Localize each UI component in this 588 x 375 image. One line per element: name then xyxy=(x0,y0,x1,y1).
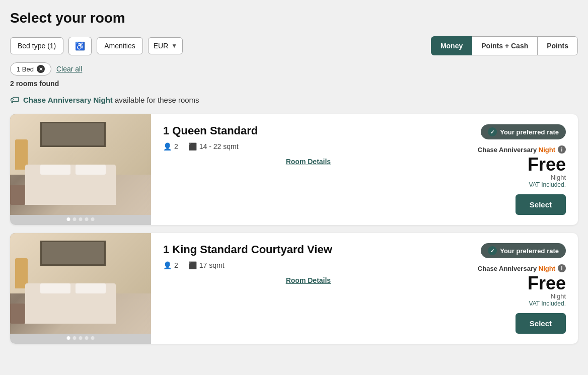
page-container: Select your room Bed type (1) ♿ Amenitie… xyxy=(10,10,578,344)
room-vat-2: VAT Included. xyxy=(529,300,566,307)
room-image-dots-2 xyxy=(67,336,95,340)
amenities-filter-btn[interactable]: Amenities xyxy=(97,37,142,54)
room-size-2: ⬛ 17 sqmt xyxy=(188,261,225,269)
room-image-container-2 xyxy=(10,233,151,344)
room-artwork-2 xyxy=(40,241,106,266)
filter-left: Bed type (1) ♿ Amenities EUR ▼ xyxy=(10,37,426,55)
dot-2-2[interactable] xyxy=(73,336,77,340)
guests-count-2: 2 xyxy=(174,261,178,269)
currency-label: EUR xyxy=(154,42,169,50)
dot-2-3[interactable] xyxy=(79,336,83,340)
dot-4[interactable] xyxy=(85,217,89,221)
dot-1[interactable] xyxy=(67,217,70,221)
room-pillow-right xyxy=(76,165,106,175)
preferred-rate-check-icon-2: ✓ xyxy=(488,246,497,255)
payment-points-cash-btn[interactable]: Points + Cash xyxy=(472,36,538,55)
room-card-1: 1 Queen Standard 👤 2 ⬛ 14 - 22 sqmt Room… xyxy=(10,114,578,225)
payment-points-btn[interactable]: Points xyxy=(537,36,578,55)
room-image-2 xyxy=(10,233,151,334)
currency-selector[interactable]: EUR ▼ xyxy=(148,37,183,54)
room-card-2: 1 King Standard Courtyard View 👤 2 ⬛ 17 … xyxy=(10,233,578,344)
room-name-2: 1 King Standard Courtyard View xyxy=(163,243,454,256)
chase-night-brand-1: Chase Anniversary Night xyxy=(478,146,555,154)
bed-filter-tag-label: 1 Bed xyxy=(17,65,34,73)
room-vat-1: VAT Included. xyxy=(529,181,566,188)
payment-money-btn[interactable]: Money xyxy=(431,36,472,55)
room-meta-1: 👤 2 ⬛ 14 - 22 sqmt xyxy=(163,142,454,151)
room-info-2: 1 King Standard Courtyard View 👤 2 ⬛ 17 … xyxy=(151,233,466,344)
room-image-1 xyxy=(10,114,151,215)
size-value-2: 17 sqmt xyxy=(199,261,225,269)
chase-night-label-1: Chase Anniversary Night i xyxy=(478,145,566,154)
room-meta-2: 👤 2 ⬛ 17 sqmt xyxy=(163,261,454,269)
room-pricing-2: ✓ Your preferred rate Chase Anniversary … xyxy=(466,233,578,344)
accessibility-filter-btn[interactable]: ♿ xyxy=(68,37,92,55)
room-guests-1: 👤 2 xyxy=(163,142,178,151)
room-artwork xyxy=(40,122,106,147)
room-side-table-2 xyxy=(10,304,25,324)
dot-2[interactable] xyxy=(73,217,77,221)
guests-icon-2: 👤 xyxy=(163,261,172,269)
active-filters: 1 Bed ✕ Clear all xyxy=(10,62,578,76)
room-name-1: 1 Queen Standard xyxy=(163,124,454,137)
preferred-rate-label-1: Your preferred rate xyxy=(500,128,559,136)
room-pillow-right-2 xyxy=(76,283,106,293)
dot-5[interactable] xyxy=(91,217,95,221)
size-icon-2: ⬛ xyxy=(188,261,197,269)
tag-icon: 🏷 xyxy=(10,95,19,105)
room-details-link-2[interactable]: Room Details xyxy=(163,276,454,284)
room-image-container-1 xyxy=(10,114,151,225)
bed-filter-remove-icon[interactable]: ✕ xyxy=(37,65,45,73)
dot-2-4[interactable] xyxy=(85,336,89,340)
chase-banner-suffix: available for these rooms xyxy=(115,96,199,104)
preferred-rate-check-icon-1: ✓ xyxy=(488,127,497,136)
chase-night-label-2: Chase Anniversary Night i xyxy=(478,264,566,272)
accessibility-icon: ♿ xyxy=(75,42,85,50)
dot-3[interactable] xyxy=(79,217,83,221)
preferred-rate-label-2: Your preferred rate xyxy=(500,247,559,255)
preferred-rate-badge-2: ✓ Your preferred rate xyxy=(481,243,566,258)
room-price-1: Free xyxy=(528,156,566,174)
page-title: Select your room xyxy=(10,10,578,26)
filter-row: Bed type (1) ♿ Amenities EUR ▼ Money Poi… xyxy=(10,36,578,55)
guests-icon-1: 👤 xyxy=(163,142,172,151)
guests-count-1: 2 xyxy=(174,142,178,151)
room-side-table xyxy=(10,185,25,205)
room-image-dots-1 xyxy=(67,217,95,221)
room-pillow-left xyxy=(40,165,70,175)
preferred-rate-badge-1: ✓ Your preferred rate xyxy=(481,124,566,139)
chase-info-icon-1[interactable]: i xyxy=(558,145,566,154)
chase-night-brand-2: Chase Anniversary Night xyxy=(478,265,555,272)
room-price-2: Free xyxy=(528,274,566,292)
chase-banner: 🏷 Chase Anniversary Night available for … xyxy=(10,95,578,105)
dot-2-5[interactable] xyxy=(91,336,95,340)
room-pillow-left-2 xyxy=(40,283,70,293)
select-button-1[interactable]: Select xyxy=(516,194,566,215)
dot-2-1[interactable] xyxy=(67,336,70,340)
chase-brand-label: Chase Anniversary Night xyxy=(23,96,113,104)
size-icon-1: ⬛ xyxy=(188,142,197,151)
chase-info-icon-2[interactable]: i xyxy=(558,264,566,272)
currency-arrow-icon: ▼ xyxy=(171,42,177,49)
rooms-count: 2 rooms found xyxy=(10,80,578,88)
payment-toggle: Money Points + Cash Points xyxy=(431,36,578,55)
room-info-1: 1 Queen Standard 👤 2 ⬛ 14 - 22 sqmt Room… xyxy=(151,114,466,225)
select-button-2[interactable]: Select xyxy=(516,313,566,334)
clear-all-btn[interactable]: Clear all xyxy=(56,65,82,73)
size-value-1: 14 - 22 sqmt xyxy=(199,142,239,151)
room-details-link-1[interactable]: Room Details xyxy=(163,158,454,166)
room-size-1: ⬛ 14 - 22 sqmt xyxy=(188,142,239,151)
room-per-night-1: Night xyxy=(551,174,566,181)
bed-filter-tag[interactable]: 1 Bed ✕ xyxy=(10,62,51,76)
room-pricing-1: ✓ Your preferred rate Chase Anniversary … xyxy=(466,114,578,225)
bed-type-filter-btn[interactable]: Bed type (1) xyxy=(10,37,63,54)
room-guests-2: 👤 2 xyxy=(163,261,178,269)
room-per-night-2: Night xyxy=(551,292,566,300)
